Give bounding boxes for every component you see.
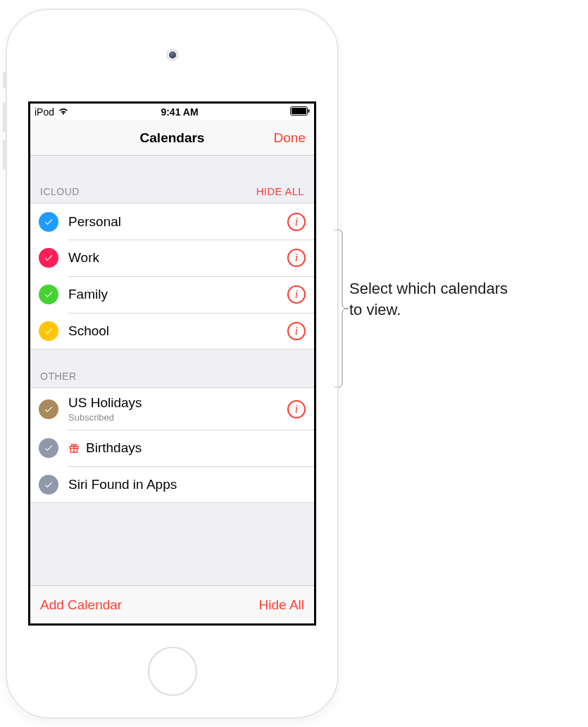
info-icon[interactable]: i <box>287 249 306 267</box>
calendar-row-personal[interactable]: Personal i <box>30 203 314 240</box>
hide-all-button[interactable]: Hide All <box>259 597 304 613</box>
callout-bracket <box>333 230 349 387</box>
calendar-row-siri[interactable]: Siri Found in Apps <box>30 466 314 503</box>
callout-text: Select which calendars to view. <box>349 278 508 320</box>
add-calendar-button[interactable]: Add Calendar <box>40 597 122 613</box>
calendar-row-birthdays[interactable]: Birthdays <box>30 430 314 466</box>
checkmark-icon[interactable] <box>39 212 58 232</box>
mute-switch <box>3 72 7 89</box>
checkmark-icon[interactable] <box>39 475 58 495</box>
carrier-label: iPod <box>35 106 54 118</box>
svg-rect-2 <box>308 109 309 113</box>
section-header-icloud: ICLOUD HIDE ALL <box>30 156 314 203</box>
section-label: ICLOUD <box>40 186 80 197</box>
calendar-subtitle: Subscribed <box>68 412 282 423</box>
calendar-name: US Holidays <box>68 395 282 411</box>
clock-label: 9:41 AM <box>161 106 198 118</box>
calendar-name: Family <box>68 287 282 302</box>
home-button[interactable] <box>148 647 197 696</box>
checkmark-icon[interactable] <box>39 438 58 458</box>
svg-rect-1 <box>292 108 306 114</box>
calendar-list[interactable]: ICLOUD HIDE ALL Personal i <box>30 156 314 623</box>
section-icloud: Personal i Work i Family <box>30 203 314 349</box>
calendar-row-school[interactable]: School i <box>30 313 314 349</box>
done-button[interactable]: Done <box>274 120 306 155</box>
ipod-device-frame: iPod 9:41 AM Calendars Done ICLOUD <box>6 8 339 719</box>
hide-all-icloud-button[interactable]: HIDE ALL <box>256 185 304 197</box>
checkmark-icon[interactable] <box>39 399 58 419</box>
status-bar: iPod 9:41 AM <box>30 104 314 120</box>
calendar-name: Personal <box>68 214 282 230</box>
section-label: OTHER <box>40 371 77 382</box>
calendar-name: School <box>68 323 282 339</box>
volume-down-button <box>3 139 7 169</box>
info-icon[interactable]: i <box>287 400 306 418</box>
toolbar: Add Calendar Hide All <box>30 585 314 623</box>
volume-up-button <box>3 103 7 132</box>
calendar-name: Siri Found in Apps <box>68 477 306 492</box>
calendar-row-us-holidays[interactable]: US Holidays Subscribed i <box>30 387 314 430</box>
calendar-row-work[interactable]: Work i <box>30 240 314 276</box>
calendar-name: Work <box>68 250 282 266</box>
wifi-icon <box>58 106 69 118</box>
info-icon[interactable]: i <box>287 213 306 231</box>
section-header-other: OTHER <box>30 349 314 387</box>
gift-icon <box>68 441 83 455</box>
screen: iPod 9:41 AM Calendars Done ICLOUD <box>28 101 316 626</box>
calendar-name: Birthdays <box>68 440 306 456</box>
checkmark-icon[interactable] <box>39 321 58 341</box>
front-camera <box>167 49 178 61</box>
info-icon[interactable]: i <box>287 285 306 304</box>
nav-title: Calendars <box>140 130 205 146</box>
calendar-row-family[interactable]: Family i <box>30 276 314 313</box>
nav-bar: Calendars Done <box>30 120 314 156</box>
info-icon[interactable]: i <box>287 322 306 340</box>
section-other: US Holidays Subscribed i <box>30 387 314 503</box>
checkmark-icon[interactable] <box>39 285 58 304</box>
checkmark-icon[interactable] <box>39 248 58 268</box>
battery-icon <box>290 106 310 118</box>
